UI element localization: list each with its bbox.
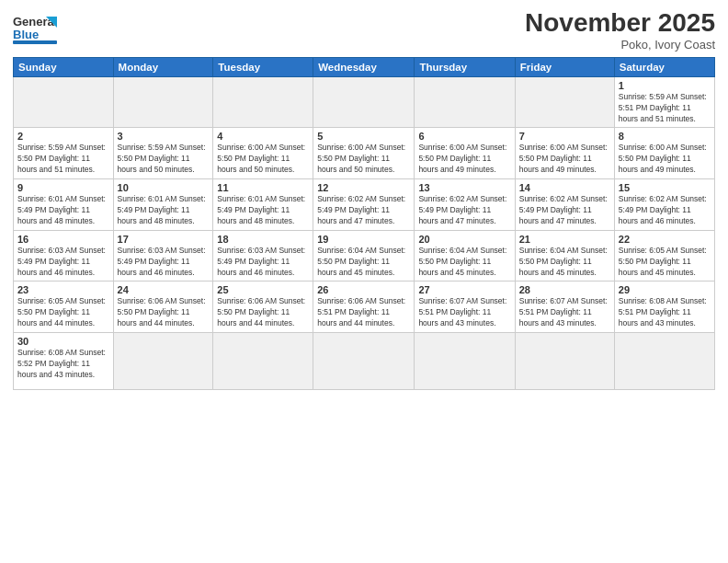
day-info: Sunrise: 6:07 AM Sunset: 5:51 PM Dayligh… [418, 296, 510, 329]
table-row: 12Sunrise: 6:02 AM Sunset: 5:49 PM Dayli… [313, 179, 415, 231]
day-number: 23 [17, 284, 109, 295]
day-number: 7 [519, 131, 610, 142]
day-number: 22 [619, 234, 711, 245]
table-row: 26Sunrise: 6:06 AM Sunset: 5:51 PM Dayli… [313, 282, 415, 333]
table-row [313, 333, 415, 390]
table-row: 7Sunrise: 6:00 AM Sunset: 5:50 PM Daylig… [515, 128, 614, 179]
table-row: 20Sunrise: 6:04 AM Sunset: 5:50 PM Dayli… [415, 230, 515, 282]
day-info: Sunrise: 6:03 AM Sunset: 5:49 PM Dayligh… [17, 246, 109, 279]
day-info: Sunrise: 6:03 AM Sunset: 5:49 PM Dayligh… [217, 246, 309, 279]
table-row [113, 76, 213, 128]
table-row: 8Sunrise: 6:00 AM Sunset: 5:50 PM Daylig… [614, 128, 714, 179]
day-number: 21 [519, 234, 610, 245]
day-info: Sunrise: 6:07 AM Sunset: 5:51 PM Dayligh… [519, 296, 610, 329]
table-row [515, 76, 614, 128]
table-row: 16Sunrise: 6:03 AM Sunset: 5:49 PM Dayli… [14, 230, 114, 282]
col-monday: Monday [113, 57, 213, 76]
col-saturday: Saturday [614, 57, 714, 76]
table-row: 5Sunrise: 6:00 AM Sunset: 5:50 PM Daylig… [313, 128, 415, 179]
page-subtitle: Poko, Ivory Coast [525, 38, 715, 52]
day-number: 24 [118, 284, 210, 295]
day-info: Sunrise: 6:00 AM Sunset: 5:50 PM Dayligh… [217, 143, 309, 176]
day-number: 18 [217, 234, 309, 245]
day-info: Sunrise: 6:02 AM Sunset: 5:49 PM Dayligh… [619, 194, 711, 227]
table-row: 13Sunrise: 6:02 AM Sunset: 5:49 PM Dayli… [415, 179, 515, 231]
day-info: Sunrise: 6:00 AM Sunset: 5:50 PM Dayligh… [619, 143, 711, 176]
day-number: 10 [118, 182, 210, 193]
col-wednesday: Wednesday [313, 57, 415, 76]
calendar-table: Sunday Monday Tuesday Wednesday Thursday… [13, 57, 715, 390]
col-sunday: Sunday [14, 57, 114, 76]
day-number: 8 [619, 131, 711, 142]
day-number: 27 [418, 284, 510, 295]
header: General Blue November 2025 Poko, Ivory C… [13, 9, 715, 52]
table-row [614, 333, 714, 390]
day-info: Sunrise: 6:01 AM Sunset: 5:49 PM Dayligh… [17, 194, 109, 227]
svg-text:Blue: Blue [13, 28, 39, 41]
page-title: November 2025 [525, 9, 715, 38]
table-row: 21Sunrise: 6:04 AM Sunset: 5:50 PM Dayli… [515, 230, 614, 282]
calendar-header-row: Sunday Monday Tuesday Wednesday Thursday… [14, 57, 715, 76]
table-row: 25Sunrise: 6:06 AM Sunset: 5:50 PM Dayli… [213, 282, 313, 333]
day-info: Sunrise: 6:02 AM Sunset: 5:49 PM Dayligh… [418, 194, 510, 227]
table-row [515, 333, 614, 390]
day-info: Sunrise: 6:04 AM Sunset: 5:50 PM Dayligh… [317, 246, 410, 279]
day-number: 14 [519, 182, 610, 193]
table-row: 18Sunrise: 6:03 AM Sunset: 5:49 PM Dayli… [213, 230, 313, 282]
day-info: Sunrise: 6:08 AM Sunset: 5:51 PM Dayligh… [619, 296, 711, 329]
day-number: 25 [217, 284, 309, 295]
day-number: 3 [118, 131, 210, 142]
table-row: 2Sunrise: 5:59 AM Sunset: 5:50 PM Daylig… [14, 128, 114, 179]
day-number: 11 [217, 182, 309, 193]
day-info: Sunrise: 6:00 AM Sunset: 5:50 PM Dayligh… [418, 143, 510, 176]
table-row: 10Sunrise: 6:01 AM Sunset: 5:49 PM Dayli… [113, 179, 213, 231]
day-info: Sunrise: 6:06 AM Sunset: 5:50 PM Dayligh… [217, 296, 309, 329]
table-row: 3Sunrise: 5:59 AM Sunset: 5:50 PM Daylig… [113, 128, 213, 179]
table-row: 19Sunrise: 6:04 AM Sunset: 5:50 PM Dayli… [313, 230, 415, 282]
day-info: Sunrise: 6:08 AM Sunset: 5:52 PM Dayligh… [17, 348, 109, 381]
day-info: Sunrise: 6:05 AM Sunset: 5:50 PM Dayligh… [17, 296, 109, 329]
table-row: 11Sunrise: 6:01 AM Sunset: 5:49 PM Dayli… [213, 179, 313, 231]
day-number: 17 [118, 234, 210, 245]
table-row: 24Sunrise: 6:06 AM Sunset: 5:50 PM Dayli… [113, 282, 213, 333]
day-number: 2 [17, 131, 109, 142]
day-info: Sunrise: 5:59 AM Sunset: 5:51 PM Dayligh… [619, 92, 711, 125]
day-info: Sunrise: 6:00 AM Sunset: 5:50 PM Dayligh… [317, 143, 410, 176]
day-info: Sunrise: 6:02 AM Sunset: 5:49 PM Dayligh… [317, 194, 410, 227]
day-number: 4 [217, 131, 309, 142]
day-info: Sunrise: 6:02 AM Sunset: 5:49 PM Dayligh… [519, 194, 610, 227]
day-number: 13 [418, 182, 510, 193]
day-info: Sunrise: 5:59 AM Sunset: 5:50 PM Dayligh… [118, 143, 210, 176]
table-row [14, 76, 114, 128]
day-info: Sunrise: 6:04 AM Sunset: 5:50 PM Dayligh… [519, 246, 610, 279]
svg-rect-3 [13, 40, 57, 44]
day-info: Sunrise: 6:06 AM Sunset: 5:51 PM Dayligh… [317, 296, 410, 329]
day-number: 16 [17, 234, 109, 245]
day-info: Sunrise: 6:01 AM Sunset: 5:49 PM Dayligh… [118, 194, 210, 227]
table-row [415, 76, 515, 128]
day-number: 28 [519, 284, 610, 295]
day-info: Sunrise: 6:01 AM Sunset: 5:49 PM Dayligh… [217, 194, 309, 227]
day-info: Sunrise: 5:59 AM Sunset: 5:50 PM Dayligh… [17, 143, 109, 176]
table-row: 23Sunrise: 6:05 AM Sunset: 5:50 PM Dayli… [14, 282, 114, 333]
day-number: 6 [418, 131, 510, 142]
table-row: 1Sunrise: 5:59 AM Sunset: 5:51 PM Daylig… [614, 76, 714, 128]
day-info: Sunrise: 6:04 AM Sunset: 5:50 PM Dayligh… [418, 246, 510, 279]
table-row [213, 76, 313, 128]
day-info: Sunrise: 6:00 AM Sunset: 5:50 PM Dayligh… [519, 143, 610, 176]
day-number: 29 [619, 284, 711, 295]
day-info: Sunrise: 6:03 AM Sunset: 5:49 PM Dayligh… [118, 246, 210, 279]
col-tuesday: Tuesday [213, 57, 313, 76]
table-row [213, 333, 313, 390]
table-row: 15Sunrise: 6:02 AM Sunset: 5:49 PM Dayli… [614, 179, 714, 231]
day-number: 26 [317, 284, 410, 295]
day-number: 30 [17, 336, 109, 347]
table-row: 4Sunrise: 6:00 AM Sunset: 5:50 PM Daylig… [213, 128, 313, 179]
col-thursday: Thursday [415, 57, 515, 76]
logo-icon: General Blue [13, 9, 57, 46]
logo: General Blue [13, 9, 57, 46]
table-row [313, 76, 415, 128]
day-info: Sunrise: 6:06 AM Sunset: 5:50 PM Dayligh… [118, 296, 210, 329]
page: General Blue November 2025 Poko, Ivory C… [0, 0, 728, 563]
day-number: 9 [17, 182, 109, 193]
